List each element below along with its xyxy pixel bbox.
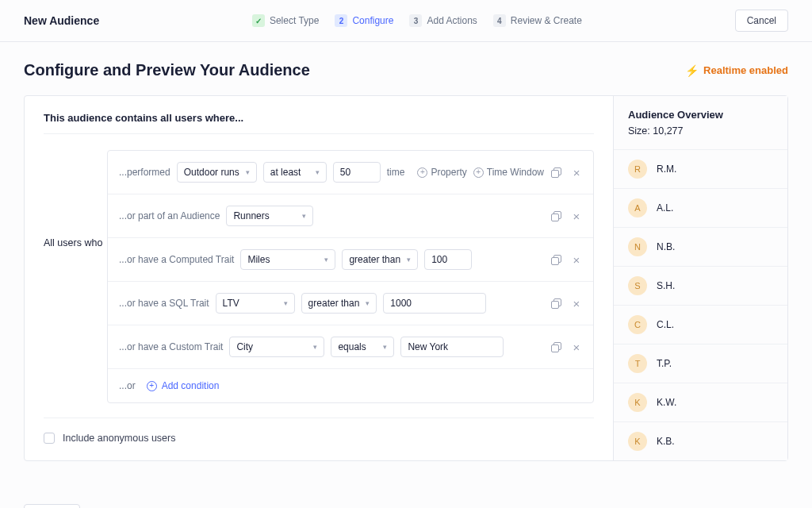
- condition-prefix: ...or have a SQL Trait: [119, 298, 209, 309]
- chevron-down-icon: ▾: [383, 343, 387, 351]
- close-icon: ×: [573, 167, 580, 179]
- avatar: C: [628, 315, 647, 334]
- condition-row: ...or have a Computed Trait Miles ▾ grea…: [108, 238, 593, 282]
- plus-icon: +: [147, 381, 157, 391]
- avatar: R: [628, 160, 647, 179]
- stepper: ✓ Select Type 2 Configure 3 Add Actions …: [252, 14, 582, 27]
- overview-member[interactable]: K K.B.: [614, 421, 787, 460]
- add-condition-row: ...or + Add condition: [108, 369, 593, 402]
- copy-icon: [551, 298, 561, 308]
- step-label: Configure: [352, 15, 393, 26]
- avatar: T: [628, 354, 647, 373]
- realtime-label: Realtime enabled: [703, 64, 788, 76]
- member-name: R.M.: [657, 164, 676, 175]
- condition-prefix: ...or have a Computed Trait: [119, 254, 234, 265]
- overview-member[interactable]: R R.M.: [614, 149, 787, 188]
- back-button[interactable]: ← Back: [24, 504, 80, 508]
- remove-button[interactable]: ×: [571, 210, 582, 221]
- duplicate-button[interactable]: [550, 341, 561, 352]
- remove-button[interactable]: ×: [571, 167, 582, 178]
- condition-prefix: ...performed: [119, 167, 170, 178]
- or-label: ...or: [119, 380, 136, 391]
- add-time-window-button[interactable]: + Time Window: [473, 167, 544, 178]
- operator-select[interactable]: greater than ▾: [301, 293, 377, 314]
- overview-member[interactable]: N N.B.: [614, 227, 787, 266]
- remove-button[interactable]: ×: [571, 341, 582, 352]
- duplicate-button[interactable]: [550, 210, 561, 221]
- event-select[interactable]: Outdoor runs ▾: [177, 162, 257, 183]
- step-label: Select Type: [270, 15, 319, 26]
- step-label: Review & Create: [511, 15, 582, 26]
- title-row: Configure and Preview Your Audience ⚡ Re…: [24, 61, 788, 79]
- step-number: 4: [493, 14, 506, 27]
- page-name: New Audience: [24, 14, 99, 27]
- footer: ← Back: [0, 490, 812, 508]
- value-input[interactable]: [333, 162, 381, 183]
- overview-member[interactable]: T T.P.: [614, 344, 787, 383]
- step-add-actions[interactable]: 3 Add Actions: [409, 14, 477, 27]
- member-name: K.W.: [657, 397, 676, 408]
- close-icon: ×: [573, 341, 580, 353]
- trait-select[interactable]: LTV ▾: [216, 293, 295, 314]
- include-anon-label: Include anonymous users: [63, 433, 175, 444]
- chevron-down-icon: ▾: [313, 343, 317, 351]
- operator-select[interactable]: equals ▾: [331, 337, 394, 357]
- close-icon: ×: [573, 298, 580, 310]
- close-icon: ×: [573, 210, 580, 222]
- member-name: A.L.: [657, 202, 673, 214]
- avatar: K: [628, 393, 647, 412]
- plus-icon: +: [473, 167, 484, 178]
- plus-icon: +: [417, 167, 427, 178]
- page-title: Configure and Preview Your Audience: [24, 61, 310, 79]
- remove-button[interactable]: ×: [571, 298, 582, 309]
- operator-select[interactable]: greater than ▾: [342, 249, 418, 270]
- step-review-create[interactable]: 4 Review & Create: [493, 14, 582, 27]
- copy-icon: [551, 255, 561, 264]
- overview-member[interactable]: S S.H.: [614, 266, 787, 305]
- builder-subtitle: This audience contains all users where..…: [44, 112, 594, 134]
- main-panel: This audience contains all users where..…: [24, 95, 788, 461]
- chevron-down-icon: ▾: [324, 256, 328, 264]
- value-input[interactable]: [383, 293, 486, 314]
- member-name: N.B.: [657, 241, 675, 252]
- value-input[interactable]: [400, 337, 504, 357]
- add-condition-button[interactable]: + Add condition: [147, 380, 220, 391]
- audience-select[interactable]: Runners ▾: [226, 206, 313, 226]
- step-check-icon: ✓: [252, 14, 265, 27]
- avatar: A: [628, 198, 647, 217]
- chevron-down-icon: ▾: [246, 168, 250, 176]
- include-anon-checkbox[interactable]: [44, 433, 55, 444]
- condition-suffix: time: [387, 167, 405, 178]
- chevron-down-icon: ▾: [302, 212, 306, 220]
- overview-member[interactable]: A A.L.: [614, 188, 787, 227]
- remove-button[interactable]: ×: [571, 254, 582, 265]
- copy-icon: [551, 342, 561, 352]
- cancel-button[interactable]: Cancel: [735, 10, 788, 32]
- add-property-button[interactable]: + Property: [417, 167, 466, 178]
- value-input[interactable]: [424, 249, 472, 270]
- condition-row: ...or part of an Audience Runners ▾ ×: [108, 194, 593, 238]
- bolt-icon: ⚡: [685, 64, 699, 77]
- topbar: New Audience ✓ Select Type 2 Configure 3…: [0, 0, 812, 42]
- overview-member[interactable]: K K.W.: [614, 383, 787, 421]
- avatar: K: [628, 432, 647, 451]
- trait-select[interactable]: City ▾: [229, 337, 324, 357]
- overview-member[interactable]: C C.L.: [614, 305, 787, 344]
- operator-select[interactable]: at least ▾: [263, 162, 327, 183]
- step-select-type[interactable]: ✓ Select Type: [252, 14, 319, 27]
- step-number: 2: [335, 14, 347, 27]
- chevron-down-icon: ▾: [407, 256, 411, 264]
- trait-select[interactable]: Miles ▾: [240, 249, 335, 270]
- condition-prefix: ...or have a Custom Trait: [119, 341, 223, 352]
- duplicate-button[interactable]: [550, 298, 561, 309]
- realtime-badge: ⚡ Realtime enabled: [685, 64, 788, 77]
- condition-row: ...performed Outdoor runs ▾ at least ▾ t…: [108, 151, 593, 194]
- member-name: K.B.: [657, 436, 675, 447]
- step-configure[interactable]: 2 Configure: [335, 14, 393, 27]
- copy-icon: [551, 211, 561, 221]
- condition-prefix: ...or part of an Audience: [119, 210, 220, 221]
- copy-icon: [551, 167, 561, 177]
- duplicate-button[interactable]: [550, 167, 561, 178]
- duplicate-button[interactable]: [550, 254, 561, 265]
- member-name: C.L.: [657, 319, 674, 330]
